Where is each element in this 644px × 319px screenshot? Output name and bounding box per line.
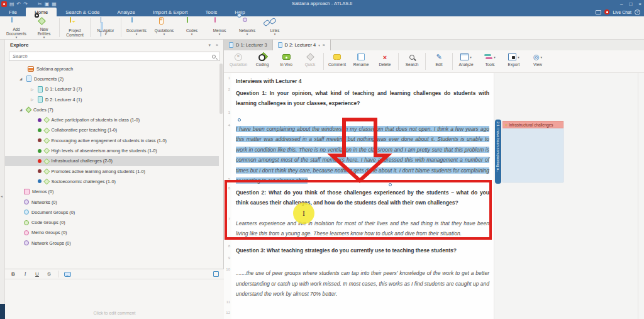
document-content-area: 1 2 3 4 5 6 7 8 9 10 11 12 Interviews wi… xyxy=(224,73,644,319)
question-1: Question 1: In your opinion, what kind o… xyxy=(236,88,489,109)
quotations-button[interactable]: ❞ Quotations ▾ xyxy=(150,16,178,39)
tree-item-documents[interactable]: ◢ Documents (2) xyxy=(5,74,219,84)
comment-button[interactable]: Comment xyxy=(325,50,349,72)
comment-bubble-icon[interactable] xyxy=(64,272,71,277)
rename-button[interactable]: Rename xyxy=(349,50,373,72)
expand-comment-icon[interactable] xyxy=(213,271,219,277)
code-color-dot xyxy=(38,159,42,163)
close-button[interactable]: × xyxy=(638,1,641,7)
tree-item-code-groups[interactable]: Code Groups (0) xyxy=(5,217,219,227)
analyze-button[interactable]: ▾ Analyze xyxy=(454,50,478,72)
tree-item-code-collaborative-peer-teaching[interactable]: Collaborative peer teaching (1-0) xyxy=(5,125,219,135)
delete-button[interactable]: × Delete xyxy=(373,50,397,72)
tab-tools[interactable]: Tools xyxy=(197,8,226,16)
search-button[interactable]: Search xyxy=(400,50,424,72)
view-button[interactable]: ◎▾ View xyxy=(526,50,550,72)
tree-item-code-active-participation[interactable]: Active participation of students in clas… xyxy=(5,115,219,125)
collapsed-icon[interactable]: ▷ xyxy=(31,87,33,91)
live-chat-label[interactable]: Live Chat xyxy=(613,10,631,14)
code-color-dot xyxy=(38,128,42,132)
tree-item-code-infrastructural-challenges[interactable]: Infrastructural challenges (2-0) xyxy=(5,156,219,166)
toolbar-separator xyxy=(323,53,324,70)
tree-item-codes[interactable]: ◢ Codes (7) xyxy=(5,104,219,115)
quotation-bar[interactable]: 2:1 I have been complaining a.. xyxy=(495,120,501,184)
coding-button[interactable]: Coding xyxy=(250,50,274,72)
tab-file[interactable]: File xyxy=(0,8,26,16)
chevron-down-icon[interactable]: ▾ xyxy=(318,43,320,47)
tree-item-networks[interactable]: Networks (0) xyxy=(5,197,219,207)
tree-item-d2-lecturer-4[interactable]: ▷ D 2: Lecturer 4 (1) xyxy=(5,94,219,104)
help-icon[interactable]: ? xyxy=(635,9,640,15)
code-label-text: Infrastructural challenges xyxy=(509,123,553,127)
quotation-button[interactable]: ❞ Quotation xyxy=(226,50,250,72)
minimize-button[interactable]: – xyxy=(620,1,623,7)
tree-item-document-groups[interactable]: Document Groups (0) xyxy=(5,207,219,217)
tab-search-and-code[interactable]: Search & Code xyxy=(57,8,108,16)
tab-home[interactable]: Home xyxy=(26,8,57,16)
tree-item-label: High levels of absenteeism among the stu… xyxy=(52,148,157,154)
add-documents-button[interactable]: Add Documents ▾ xyxy=(3,16,30,39)
tab-import-export[interactable]: Import & Export xyxy=(144,8,197,16)
codes-button[interactable]: Codes ▾ xyxy=(178,16,206,39)
feedback-icon[interactable] xyxy=(596,10,601,14)
document-icon xyxy=(38,96,43,103)
new-entities-button[interactable]: New Entities ▾ xyxy=(30,16,58,39)
networks-button[interactable]: Networks ▾ xyxy=(233,16,261,39)
documents-button[interactable]: Documents ▾ xyxy=(123,16,150,39)
margin-code-extent xyxy=(502,128,564,182)
tree-item-code-socioeconomic-challenges[interactable]: Socioeconomic challenges (1-0) xyxy=(5,176,219,186)
links-button[interactable]: Links ▾ xyxy=(261,16,289,39)
quick-coding-button[interactable]: Quick xyxy=(298,50,322,72)
collapsed-icon[interactable]: ▷ xyxy=(31,98,33,101)
export-button[interactable]: ▾ Export xyxy=(502,50,526,72)
close-tab-icon[interactable]: × xyxy=(323,43,325,47)
tree-item-memo-groups[interactable]: Memo Groups (0) xyxy=(5,228,219,238)
doc-tab-lecturer-4[interactable]: D 2: Lecturer 4 ▾ × xyxy=(273,40,331,50)
tree-item-network-groups[interactable]: Network Groups (0) xyxy=(5,238,219,248)
live-chat-icon[interactable] xyxy=(604,9,609,14)
margin-code-label[interactable]: ✳ Infrastructural challenges xyxy=(502,121,564,128)
button-label: New xyxy=(40,27,48,31)
panel-menu-icon[interactable]: ▾ xyxy=(208,43,211,48)
comment-editor[interactable]: Click to edit comment xyxy=(5,279,224,319)
in-vivo-button[interactable]: In Vivo xyxy=(274,50,298,72)
memo-icon xyxy=(214,17,216,23)
collapse-left-icon: ◂ xyxy=(1,194,3,198)
tree-item-project[interactable]: Saldana approach xyxy=(5,64,219,74)
quotation-bar-label: 2:1 I have been complaining a.. xyxy=(496,121,500,172)
rename-icon xyxy=(357,53,365,60)
document-panel: D 1: Lecturer 3 D 2: Lecturer 4 ▾ × ❞ Qu… xyxy=(224,40,644,319)
navigator-button[interactable]: Navigator ▾ xyxy=(92,16,119,39)
button-label: Tools xyxy=(485,62,494,67)
tools-button[interactable]: ▾ Tools xyxy=(478,50,502,72)
expanded-icon[interactable]: ◢ xyxy=(19,108,22,111)
comment-placeholder: Click to edit comment xyxy=(5,311,224,315)
search-input[interactable] xyxy=(9,53,212,59)
project-comment-button[interactable]: Project Comment xyxy=(61,16,89,39)
maximize-button[interactable]: □ xyxy=(629,1,632,7)
expanded-icon[interactable]: ◢ xyxy=(19,77,22,81)
bold-button[interactable]: B xyxy=(10,271,16,277)
panel-close-icon[interactable]: × xyxy=(216,43,218,48)
tab-analyze[interactable]: Analyze xyxy=(109,8,144,16)
ribbon-separator xyxy=(59,18,60,37)
cursor-highlight: I xyxy=(293,203,314,224)
strikethrough-button[interactable]: S xyxy=(46,271,52,277)
tree-item-code-encouraging-engagement[interactable]: Encouraging active engagement of student… xyxy=(5,135,219,145)
tree-item-memos[interactable]: Memos (0) xyxy=(5,187,219,197)
memos-button[interactable]: Memos ▾ xyxy=(206,16,233,39)
tree-item-code-promotes-active-learning[interactable]: Promotes active learning among students … xyxy=(5,166,219,176)
italic-button[interactable]: I xyxy=(22,271,28,277)
chevron-down-icon: ▾ xyxy=(43,36,45,39)
selection-start-handle[interactable] xyxy=(238,118,241,121)
tree-item-d1-lecturer-3[interactable]: ▷ D 1: Lecturer 3 (7) xyxy=(5,84,219,94)
chevron-down-icon: ▾ xyxy=(274,33,276,36)
tree-item-code-absenteeism[interactable]: High levels of absenteeism among the stu… xyxy=(5,145,219,155)
underline-button[interactable]: U xyxy=(34,271,40,277)
doc-tab-lecturer-3[interactable]: D 1: Lecturer 3 xyxy=(224,40,273,50)
explore-scrollbar[interactable] xyxy=(219,64,223,114)
panel-collapse-strip[interactable]: ◂ xyxy=(0,40,5,319)
edit-button[interactable]: ✎ Edit xyxy=(427,50,451,72)
code-diamond-icon xyxy=(44,138,50,143)
tree-item-label: Encouraging active engagement of student… xyxy=(52,138,167,143)
